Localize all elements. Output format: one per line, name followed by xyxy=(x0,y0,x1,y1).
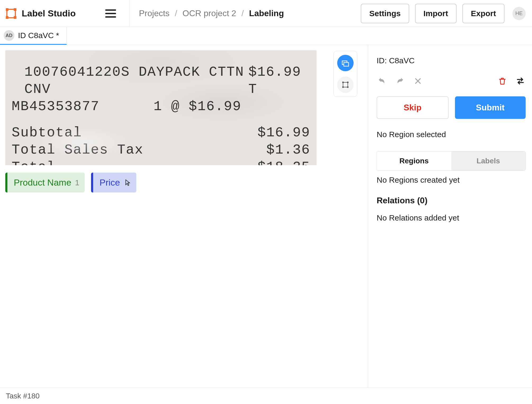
breadcrumb-sep: / xyxy=(241,8,244,18)
close-icon[interactable] xyxy=(413,76,423,86)
import-button[interactable]: Import xyxy=(415,4,457,23)
receipt-text: 10076041220S DAYPACK CTTN CNV xyxy=(24,64,248,98)
task-image[interactable]: 10076041220S DAYPACK CTTN CNV $16.99 T M… xyxy=(5,50,317,165)
svg-rect-1 xyxy=(6,8,8,11)
tab-labels[interactable]: Labels xyxy=(451,151,526,170)
label-hotkey: 1 xyxy=(75,178,79,187)
tab-regions[interactable]: Regions xyxy=(377,151,451,170)
sidebar-tabs: Regions Labels xyxy=(377,151,526,171)
svg-point-13 xyxy=(342,86,344,88)
tool-bbox-icon[interactable] xyxy=(337,77,354,93)
export-button[interactable]: Export xyxy=(462,4,504,23)
sidebar-task-id: ID: C8aVC xyxy=(377,56,526,65)
task-tab-label: ID C8aVC * xyxy=(18,31,59,40)
receipt-text: MB45353877 xyxy=(12,98,100,115)
receipt-text: Subtotal xyxy=(12,124,82,141)
receipt-text: $18.35 xyxy=(258,159,310,165)
breadcrumb-project[interactable]: OCR project 2 xyxy=(182,8,236,18)
footer-task-number: Task #180 xyxy=(6,392,40,400)
label-price[interactable]: Price xyxy=(91,173,136,192)
label-product-name[interactable]: Product Name 1 xyxy=(5,173,85,192)
logo-icon xyxy=(5,8,17,19)
trash-icon[interactable] xyxy=(497,76,508,86)
breadcrumb: Projects / OCR project 2 / Labeling xyxy=(139,8,284,18)
user-avatar[interactable]: HE xyxy=(512,7,526,20)
svg-rect-9 xyxy=(344,62,349,66)
svg-rect-2 xyxy=(14,8,16,11)
skip-button[interactable]: Skip xyxy=(377,96,449,119)
swap-icon[interactable] xyxy=(515,76,526,86)
svg-point-14 xyxy=(347,86,349,88)
app-name[interactable]: Label Studio xyxy=(22,8,76,19)
label-text: Price xyxy=(100,177,120,188)
receipt-text: Total Sales Tax xyxy=(12,141,143,159)
svg-rect-3 xyxy=(6,16,8,19)
relations-title: Relations (0) xyxy=(377,196,526,205)
svg-point-12 xyxy=(347,82,349,83)
svg-rect-10 xyxy=(343,82,348,87)
receipt-text: 1 @ $16.99 xyxy=(154,98,241,115)
svg-rect-4 xyxy=(14,16,16,19)
redo-icon[interactable] xyxy=(395,76,405,86)
receipt-text: $16.99 T xyxy=(248,64,310,98)
annotation-tools xyxy=(333,51,357,97)
relations-empty-text: No Relations added yet xyxy=(377,213,526,222)
menu-icon[interactable] xyxy=(105,8,116,19)
breadcrumb-current: Labeling xyxy=(249,8,284,18)
label-chips: Product Name 1 Price xyxy=(5,173,363,192)
regions-empty-text: No Regions created yet xyxy=(377,176,526,185)
submit-button[interactable]: Submit xyxy=(455,96,526,119)
breadcrumb-projects[interactable]: Projects xyxy=(139,8,170,18)
svg-point-11 xyxy=(342,82,344,83)
receipt-text: Total xyxy=(12,159,56,165)
label-text: Product Name xyxy=(14,177,71,188)
tool-rectangle-icon[interactable] xyxy=(337,55,354,71)
cursor-icon xyxy=(124,179,131,186)
task-tab[interactable]: AD ID C8aVC * xyxy=(0,27,67,45)
receipt-text: $16.99 xyxy=(258,124,310,141)
settings-button[interactable]: Settings xyxy=(361,4,409,23)
task-tabs: AD ID C8aVC * xyxy=(0,27,532,45)
receipt-text: $1.36 xyxy=(266,141,310,159)
task-tab-badge: AD xyxy=(4,30,14,41)
breadcrumb-sep: / xyxy=(175,8,177,18)
region-selection-status: No Region selected xyxy=(377,130,526,139)
divider xyxy=(129,0,129,27)
undo-icon[interactable] xyxy=(377,76,387,86)
